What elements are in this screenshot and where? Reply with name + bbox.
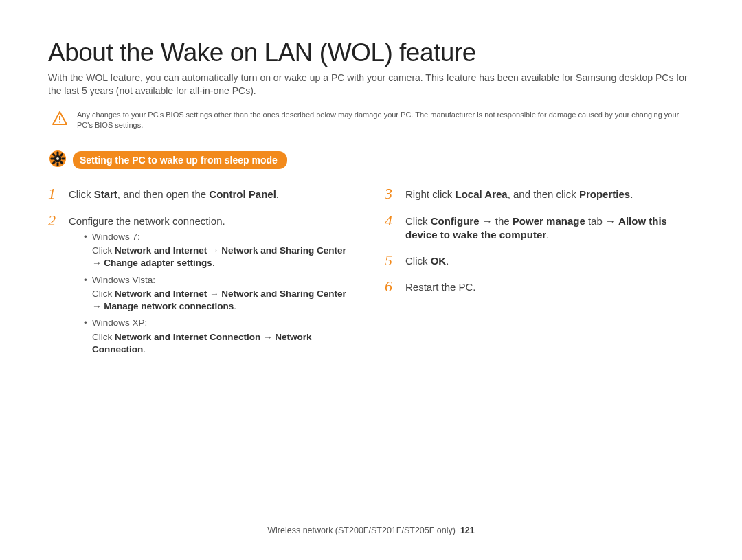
- step-number: 1: [48, 186, 60, 201]
- step: 2Configure the network connection.Window…: [48, 213, 357, 360]
- step-body: Right click Local Area, and then click P…: [405, 186, 633, 201]
- sublist-detail: Click Network and Internet → Network and…: [92, 245, 346, 268]
- section-heading-row: Setting the PC to wake up from sleep mod…: [48, 149, 694, 171]
- step: 1Click Start, and then open the Control …: [48, 186, 357, 201]
- step-body: Click Start, and then open the Control P…: [69, 186, 279, 201]
- step: 6Restart the PC.: [385, 279, 694, 294]
- step: 5Click OK.: [385, 253, 694, 268]
- step-number: 3: [385, 186, 397, 201]
- step-number: 5: [385, 253, 397, 268]
- left-column: 1Click Start, and then open the Control …: [48, 186, 357, 370]
- cog-icon: [48, 149, 67, 171]
- footer-page-number: 121: [460, 526, 475, 535]
- step-body: Click Configure → the Power manage tab →…: [405, 213, 694, 243]
- step-body: Restart the PC.: [405, 279, 476, 294]
- intro-paragraph: With the WOL feature, you can automatica…: [48, 71, 694, 98]
- steps-columns: 1Click Start, and then open the Control …: [48, 186, 694, 370]
- sublist-lead: Windows 7:: [92, 231, 357, 243]
- step-number: 6: [385, 279, 397, 294]
- caution-text: Any changes to your PC's BIOS settings o…: [77, 110, 694, 131]
- sublist-lead: Windows Vista:: [92, 274, 357, 287]
- svg-rect-1: [59, 121, 60, 122]
- manual-page: About the Wake on LAN (WOL) feature With…: [0, 0, 742, 560]
- svg-rect-4: [57, 152, 59, 155]
- sublist-lead: Windows XP:: [92, 317, 357, 329]
- step: 3Right click Local Area, and then click …: [385, 186, 694, 201]
- svg-rect-7: [62, 158, 65, 160]
- sublist-item: Windows 7:Click Network and Internet → N…: [84, 231, 357, 270]
- sublist-detail: Click Network and Internet → Network and…: [92, 289, 346, 311]
- right-column: 3Right click Local Area, and then click …: [385, 186, 694, 370]
- step: 4Click Configure → the Power manage tab …: [385, 213, 694, 243]
- svg-rect-5: [57, 163, 59, 166]
- section-heading-badge: Setting the PC to wake up from sleep mod…: [73, 151, 287, 169]
- svg-rect-0: [59, 116, 60, 120]
- step-number: 4: [385, 213, 397, 228]
- page-footer: Wireless network (ST200F/ST201F/ST205F o…: [0, 526, 742, 535]
- sublist-item: Windows XP:Click Network and Internet Co…: [84, 317, 357, 356]
- svg-rect-6: [51, 158, 54, 160]
- caution-icon: [52, 111, 67, 128]
- svg-point-12: [56, 157, 59, 160]
- step-body: Configure the network connection.Windows…: [69, 213, 357, 360]
- sublist-detail: Click Network and Internet Connection → …: [92, 332, 312, 355]
- step-body: Click OK.: [405, 253, 449, 268]
- step-number: 2: [48, 213, 60, 228]
- sublist-item: Windows Vista:Click Network and Internet…: [84, 274, 357, 313]
- sublist: Windows 7:Click Network and Internet → N…: [69, 231, 357, 356]
- page-title: About the Wake on LAN (WOL) feature: [48, 0, 694, 67]
- caution-row: Any changes to your PC's BIOS settings o…: [48, 110, 694, 131]
- footer-text: Wireless network (ST200F/ST201F/ST205F o…: [267, 526, 456, 535]
